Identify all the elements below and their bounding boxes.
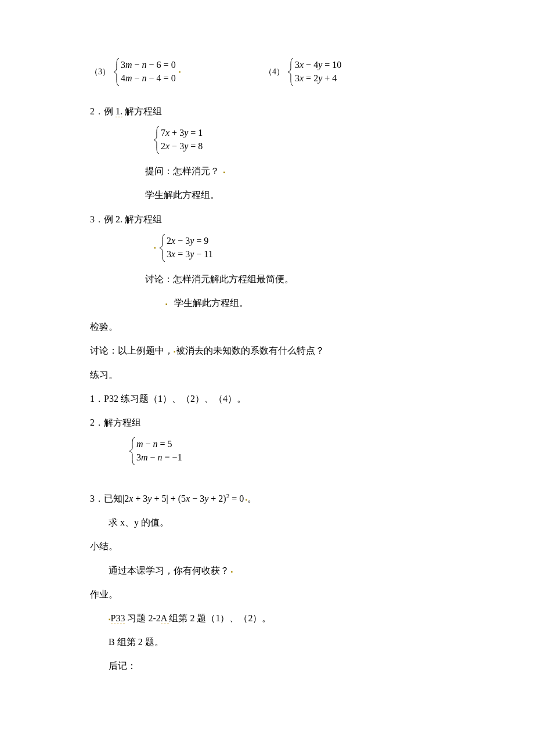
summary-body: 通过本课学习，你有何收获？ ▪ (109, 561, 447, 579)
dot-icon: ▪ (229, 568, 233, 574)
eq3-row2: 4m − n − 4 = 0 (121, 73, 176, 83)
practice-1: 1．P32 练习题（1）、（2）、（4）。 (90, 390, 447, 408)
paren-expr: (5x − 3y + 2) (178, 494, 226, 503)
underlined-1: 1. (116, 106, 122, 117)
section-2-head: 2．例 1. 解方程组 (90, 102, 447, 120)
practice-head: 练习。 (90, 366, 447, 384)
practice-3: 3．已知|2x + 3y + 5| + (5x − 3y + 2)2 = 0 ▪… (90, 489, 447, 507)
brace-system-3: 3m − n − 6 = 0 4m − n − 4 = 0 (114, 58, 176, 86)
eq4-row1: 3x − 4y = 10 (295, 60, 341, 70)
abs-expr: |2x + 3y + 5| (122, 494, 168, 503)
section-3-head: 3．例 2. 解方程组 (90, 210, 447, 228)
ex1-row1: 7x + 3y = 1 (161, 128, 203, 138)
p2-row2: 3m − n = −1 (136, 452, 182, 462)
postscript: 后记： (109, 657, 447, 675)
left-brace-icon (288, 58, 294, 86)
equation-4-slot: （4） 3x − 4y = 10 3x = 2y + 4 (264, 58, 341, 86)
hw1-underlined: P33 (111, 613, 125, 624)
equation-pair-3-4: （3） 3m − n − 6 = 0 4m − n − 4 = 0 ▪ （4） (90, 58, 447, 86)
practice-2-system: m − n = 5 3m − n = −1 (129, 437, 447, 465)
label-4: （4） (264, 64, 284, 80)
practice-3-ask: 求 x、y 的值。 (109, 513, 447, 531)
dot-icon: ▪ (176, 66, 181, 78)
practice-2-head: 2．解方程组 (90, 413, 447, 431)
summary-head: 小结。 (90, 537, 447, 555)
eq4-row2: 3x = 2y + 4 (295, 73, 337, 83)
dot-icon: ▪ (154, 244, 157, 251)
discuss-line: 讨论：以上例题中，▪被消去的未知数的系数有什么特点？ (90, 341, 447, 359)
eq3-row1: 3m − n − 6 = 0 (121, 60, 176, 70)
p2-row1: m − n = 5 (136, 439, 172, 449)
system-ex2: ▪ 2x − 3y = 9 3x = 3y − 11 (154, 234, 447, 262)
dot-icon: ▪ (109, 616, 111, 622)
left-brace-icon (160, 234, 165, 262)
homework-2: B 组第 2 题。 (109, 633, 447, 651)
dot-icon: ▪ (222, 169, 225, 175)
hw1-a-under: A (161, 613, 169, 624)
label-3: （3） (90, 64, 110, 80)
left-brace-icon (114, 58, 120, 86)
ex2-row2: 3x = 3y − 11 (167, 249, 213, 259)
ex1-student: 学生解此方程组。 (145, 186, 447, 204)
ex2-discuss: 讨论：怎样消元解此方程组最简便。 (145, 270, 447, 288)
system-ex1: 7x + 3y = 1 2x − 3y = 8 (154, 126, 447, 154)
ex1-question: 提问：怎样消元？ ▪ (145, 162, 447, 180)
homework-head: 作业。 (90, 585, 447, 603)
ex2-row1: 2x − 3y = 9 (167, 236, 208, 246)
document-page: （3） 3m − n − 6 = 0 4m − n − 4 = 0 ▪ （4） (0, 0, 534, 756)
brace-system-4: 3x − 4y = 10 3x = 2y + 4 (288, 58, 341, 86)
left-brace-icon (129, 437, 135, 465)
homework-1: ▪P33 习题 2-2A 组第 2 题（1）、（2）。 (109, 609, 447, 627)
ex1-row2: 2x − 3y = 8 (161, 141, 203, 151)
equation-3-slot: （3） 3m − n − 6 = 0 4m − n − 4 = 0 ▪ (90, 58, 264, 86)
left-brace-icon (154, 126, 160, 154)
check-line: 检验。 (90, 318, 447, 336)
dot-icon: ▪ (165, 301, 172, 307)
ex2-student: ▪ 学生解此方程组。 (165, 294, 447, 312)
